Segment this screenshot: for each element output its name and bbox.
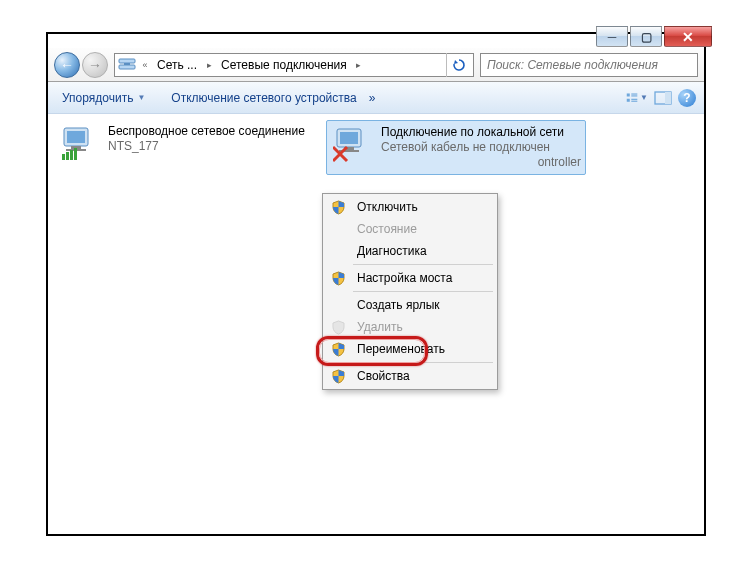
breadcrumb-connections[interactable]: Сетевые подключения [218,57,350,73]
svg-rect-16 [66,152,69,160]
menu-disable-label: Отключить [351,200,418,214]
connection-status: Сетевой кабель не подключен [381,140,581,155]
menu-separator [353,362,493,363]
svg-rect-5 [631,95,637,96]
address-bar[interactable]: « Сеть ... ▸ Сетевые подключения ▸ [114,53,474,77]
back-button[interactable]: ← [54,52,80,78]
svg-rect-8 [631,100,637,101]
context-menu: Отключить Состояние Диагностика Настройк… [322,193,498,390]
disable-device-button[interactable]: Отключение сетевого устройства [165,89,362,107]
menu-rename-label: Переименовать [351,342,445,356]
svg-rect-20 [340,132,358,144]
svg-rect-17 [70,150,73,160]
network-folder-icon [118,56,136,74]
menu-bridge-label: Настройка моста [351,271,452,285]
menu-separator [353,264,493,265]
forward-button[interactable]: → [82,52,108,78]
shield-icon [325,342,351,357]
svg-rect-10 [665,92,671,104]
menu-shortcut-label: Создать ярлык [351,298,440,312]
organize-label: Упорядочить [62,91,133,105]
maximize-icon: ▢ [641,31,652,43]
svg-rect-7 [631,98,637,99]
view-options-button[interactable]: ▼ [626,87,648,109]
svg-rect-6 [627,98,630,101]
preview-pane-button[interactable] [652,87,674,109]
close-button[interactable]: ✕ [664,26,712,47]
breadcrumb-network[interactable]: Сеть ... [154,57,200,73]
navigation-bar: ← → « Сеть ... ▸ Сетевые подключения ▸ [48,48,704,82]
search-box[interactable] [480,53,698,77]
refresh-button[interactable] [446,53,470,77]
menu-properties-label: Свойства [351,369,410,383]
toolbar: Упорядочить ▼ Отключение сетевого устрой… [48,82,704,114]
connection-lan[interactable]: Подключение по локальной сети Сетевой ка… [326,120,586,175]
organize-menu[interactable]: Упорядочить ▼ [56,89,151,107]
svg-rect-12 [67,131,85,143]
shield-icon [325,369,351,384]
lan-adapter-icon [331,125,375,165]
svg-rect-15 [62,154,65,160]
forward-arrow-icon: → [88,58,102,72]
menu-properties[interactable]: Свойства [325,365,495,387]
shield-icon [325,271,351,286]
menu-status-label: Состояние [351,222,417,236]
chevron-right-icon[interactable]: ▸ [204,60,214,70]
disable-device-label: Отключение сетевого устройства [171,91,356,105]
svg-rect-3 [627,93,630,96]
connection-name: Подключение по локальной сети [381,125,581,140]
menu-delete: Удалить [325,316,495,338]
menu-separator [353,291,493,292]
connection-adapter: ontroller [381,155,581,170]
menu-delete-label: Удалить [351,320,403,334]
minimize-icon: ─ [608,31,617,43]
toolbar-more[interactable]: » [363,89,382,107]
svg-rect-1 [119,65,135,69]
search-input[interactable] [485,57,693,73]
shield-icon [325,320,351,335]
wireless-adapter-icon [58,124,102,164]
history-dropdown-icon[interactable]: « [140,60,150,70]
menu-bridge[interactable]: Настройка моста [325,267,495,289]
dropdown-arrow-icon: ▼ [137,93,145,102]
connection-wireless[interactable]: Беспроводное сетевое соединение NTS_177 [54,120,314,168]
svg-rect-2 [124,63,130,65]
menu-diag-label: Диагностика [351,244,427,258]
help-button[interactable]: ? [678,89,696,107]
connection-name: Беспроводное сетевое соединение [108,124,305,139]
back-arrow-icon: ← [60,58,74,72]
close-icon: ✕ [682,30,694,44]
svg-rect-4 [631,93,637,94]
maximize-button[interactable]: ▢ [630,26,662,47]
menu-disable[interactable]: Отключить [325,196,495,218]
menu-rename[interactable]: Переименовать [325,338,495,360]
minimize-button[interactable]: ─ [596,26,628,47]
menu-status: Состояние [325,218,495,240]
menu-diagnostics[interactable]: Диагностика [325,240,495,262]
svg-rect-0 [119,59,135,63]
dropdown-arrow-icon: ▼ [640,93,648,102]
chevron-right-icon[interactable]: ▸ [354,60,364,70]
svg-rect-18 [74,148,77,160]
shield-icon [325,200,351,215]
menu-create-shortcut[interactable]: Создать ярлык [325,294,495,316]
connection-status: NTS_177 [108,139,305,154]
